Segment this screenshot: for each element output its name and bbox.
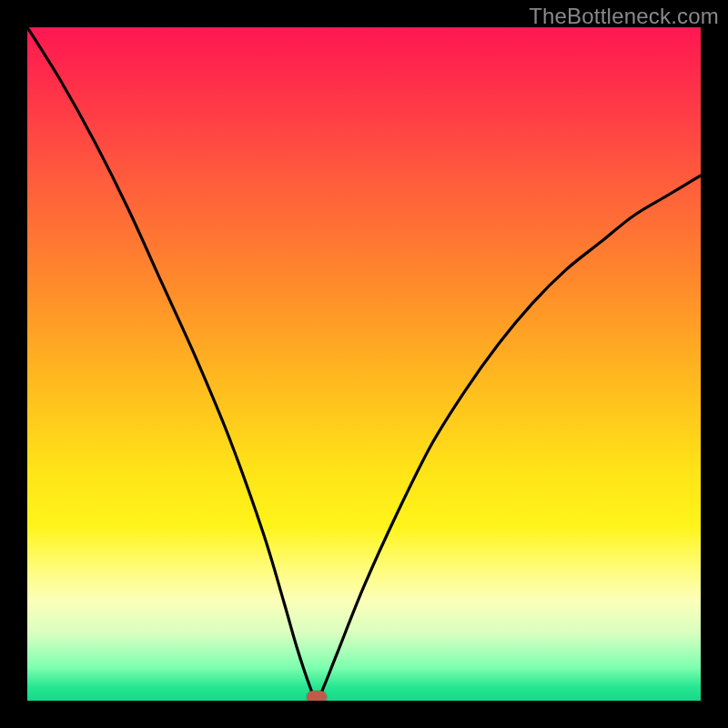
chart-frame: TheBottleneck.com [0,0,728,728]
balance-point-marker [307,691,327,701]
watermark-text: TheBottleneck.com [529,4,719,29]
bottleneck-curve [27,27,701,701]
plot-area [27,27,701,701]
